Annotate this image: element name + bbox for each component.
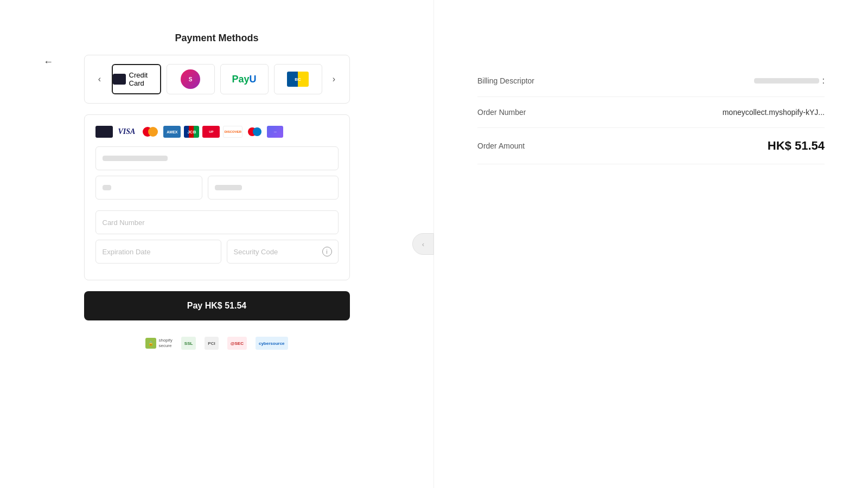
ssl-badge: SSL [181, 337, 196, 350]
expiration-date-input[interactable] [95, 240, 221, 264]
second-field-2[interactable] [208, 176, 339, 200]
shopify-label: shopifysecure [158, 338, 172, 348]
credit-card-tab-content: Credit Card [113, 71, 160, 87]
tabs-next-arrow[interactable]: › [328, 73, 341, 86]
second-field-1[interactable] [95, 176, 202, 200]
more-cards-logo: ··· [267, 126, 283, 138]
visa-logo: VISA [116, 126, 138, 138]
second-row [95, 176, 339, 200]
billing-descriptor-value: : [754, 76, 825, 86]
billing-descriptor-label: Billing Descriptor [477, 76, 534, 85]
security-code-info-icon[interactable]: i [322, 247, 332, 256]
second-field-1-blur [103, 185, 111, 190]
shopify-secure-badge: 🔒 shopifysecure [145, 338, 172, 349]
order-number-value: moneycollect.myshopify-kYJ... [723, 108, 825, 117]
unionpay-logo: UP [202, 126, 220, 138]
card-dark-icon [95, 126, 113, 138]
tab-bancontact[interactable]: BC [274, 64, 322, 94]
page-title: Payment Methods [175, 33, 258, 44]
billing-blurred-value [754, 78, 819, 84]
payment-tabs: ‹ Credit Card S PayU BC › [93, 64, 341, 94]
left-panel: ← Payment Methods ‹ Credit Card S PayU B… [0, 0, 434, 488]
tab-payu[interactable]: PayU [220, 64, 269, 94]
order-amount-row: Order Amount HK$ 51.54 [477, 128, 825, 164]
tab-safira[interactable]: S [167, 64, 215, 94]
card-chip-icon [113, 74, 126, 85]
security-badges: 🔒 shopifysecure SSL PCI @SEC cybersource [145, 337, 288, 350]
order-amount-value: HK$ 51.54 [768, 139, 825, 153]
mc-orange-circle [148, 127, 158, 137]
expiry-security-row: i [95, 240, 339, 264]
maestro-blue-circle [253, 127, 261, 136]
billing-descriptor-row: Billing Descriptor : [477, 65, 825, 97]
amex-logo: AMEX [163, 126, 181, 138]
bancontact-icon: BC [287, 72, 309, 87]
security-code-wrapper: i [227, 240, 339, 264]
mastercard-logo [141, 126, 160, 138]
card-logos-row: VISA AMEX JCB UP DISCOVER ··· [95, 126, 339, 138]
billing-dot: : [822, 76, 825, 86]
left-scroll-button[interactable]: ‹ [412, 233, 434, 255]
cardholder-name-blur [103, 156, 168, 161]
payment-tabs-container: ‹ Credit Card S PayU BC › [84, 55, 350, 104]
cardholder-name-field[interactable] [95, 146, 339, 170]
credit-card-tab-label: Credit Card [129, 71, 160, 87]
order-number-label: Order Number [477, 108, 526, 117]
second-field-2-blur [215, 185, 242, 190]
tab-credit-card[interactable]: Credit Card [112, 64, 161, 94]
safira-icon: S [181, 69, 200, 89]
right-panel: Billing Descriptor : Order Number moneyc… [434, 0, 868, 488]
order-amount-label: Order Amount [477, 142, 525, 150]
pay-button[interactable]: Pay HK$ 51.54 [84, 291, 350, 320]
sec-badge: @SEC [227, 337, 247, 350]
cybersource-badge: cybersource [256, 337, 288, 350]
card-number-input[interactable] [95, 210, 339, 234]
jcb-logo: JCB [184, 126, 199, 138]
pci-badge: PCI [205, 337, 218, 350]
back-button[interactable]: ← [43, 56, 53, 68]
maestro-logo [246, 126, 264, 138]
discover-logo: DISCOVER [223, 126, 242, 138]
shopify-lock-icon: 🔒 [145, 338, 156, 349]
credit-card-form: VISA AMEX JCB UP DISCOVER ··· [84, 114, 350, 280]
tabs-prev-arrow[interactable]: ‹ [93, 73, 106, 86]
payu-logo: PayU [232, 74, 256, 85]
order-number-row: Order Number moneycollect.myshopify-kYJ.… [477, 97, 825, 128]
